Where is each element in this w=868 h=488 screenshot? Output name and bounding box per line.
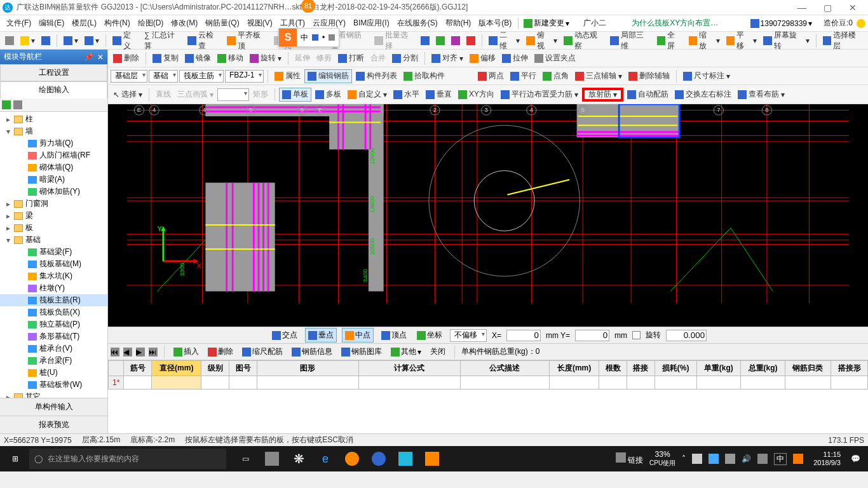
grid-nav-last[interactable]: ⏭ [149,348,158,356]
taskbar-search[interactable]: ◯在这里输入你要搜索的内容 [29,449,226,469]
split-button[interactable]: 分割 [390,51,421,65]
sum-calc-button[interactable]: ∑ 汇总计算 [142,34,184,48]
tray-up-icon[interactable]: ˄ [682,454,686,463]
drawing-canvas[interactable]: E4456E234578 XY 13600 10500 12600 3300 3… [108,85,868,327]
menu-draw[interactable]: 绘图(D) [134,16,168,30]
start-button[interactable]: ⊞ [3,446,28,471]
rotate-input[interactable] [666,330,707,341]
menu-file[interactable]: 文件(F) [3,16,35,30]
auto-rebar-button[interactable]: 自动配筋 [625,88,671,102]
undo-button[interactable]: ▾ [61,34,81,48]
menu-bim[interactable]: BIM应用(I) [349,16,393,30]
taskbar-app-4[interactable] [339,446,365,471]
define-button[interactable]: 定义 [110,34,140,48]
tray-icon-1[interactable] [692,454,702,464]
select-tool[interactable]: ↖ 选择 ▾ [111,88,145,102]
multi-board-button[interactable]: 多板 [313,88,344,102]
offset-button[interactable]: 偏移 [467,51,498,65]
menu-online[interactable]: 在线服务(S) [393,16,442,30]
horiz-button[interactable]: 水平 [391,88,422,102]
pin-icon[interactable]: 📌 [84,53,93,62]
swap-lr-button[interactable]: 交换左右标注 [672,88,734,102]
angle-button[interactable]: 点角 [540,69,571,83]
account-label[interactable]: 13907298339 ▾ [748,18,815,29]
close-panel-icon[interactable]: ✕ [97,53,104,62]
snap-coord[interactable]: 坐标 [414,329,445,342]
tray-volume-icon[interactable]: 🔊 [742,454,751,463]
rotate-button[interactable]: 旋转 ▾ [247,51,284,65]
snap-vertex[interactable]: 顶点 [379,329,409,342]
taskbar-app-7[interactable] [419,446,445,471]
snap-perpendicular[interactable]: 垂点 [305,328,337,342]
snap-midpoint[interactable]: 中点 [342,328,374,342]
grid-nav-prev[interactable]: ◀ [123,348,132,356]
new-change-button[interactable]: 新建变更 ▾ [521,17,572,30]
x-input[interactable] [506,330,541,341]
offset-mode-combo[interactable]: 不偏移 [450,329,487,342]
open-button[interactable]: ▾ [18,34,37,48]
new-doc-button[interactable] [3,34,17,48]
birdview-button[interactable]: 俯视 ▾ [524,34,560,48]
tray-icon-2[interactable] [709,454,719,464]
rebar-grid[interactable]: 筋号 直径(mm) 级别 图号 图形 计算公式 公式描述 长度(mm) 根数 搭… [108,360,868,433]
local-3d-button[interactable]: 局部三维 [607,34,653,48]
tray-ime-label[interactable]: 中 [774,453,787,465]
fullscreen-button[interactable]: 全屏 [654,34,685,48]
tray-icon-3[interactable] [725,454,735,464]
snap-intersection[interactable]: 交点 [269,329,300,342]
redo-button[interactable]: ▾ [82,34,102,48]
move-button[interactable]: 移动 [215,51,246,65]
select-floor-button[interactable]: 选择楼层 [820,34,865,48]
batch-sel-button[interactable]: 批量选择 [372,34,417,48]
pan-button[interactable]: 平移 ▾ [724,34,760,48]
tray-clock[interactable]: 11:152018/9/3 [810,451,844,467]
taskbar-app-1[interactable] [259,446,285,471]
cloud-check-button[interactable]: 云检查 [185,34,223,48]
misc1-button[interactable] [418,34,432,48]
menu-help[interactable]: 帮助(H) [442,16,475,30]
category-combo[interactable]: 基础 [149,70,178,83]
copy-button[interactable]: 复制 [150,51,181,65]
rotate-checkbox[interactable] [632,331,641,339]
grid-lib-button[interactable]: 钢筋图库 [339,345,384,358]
tree-expand-icon[interactable] [2,100,11,109]
tab-draw-input[interactable]: 绘图输入 [0,81,107,98]
taskbar-app-2[interactable]: ❋ [286,446,311,471]
three-aux-button[interactable]: 三点辅轴 ▾ [573,69,625,83]
menu-floor[interactable]: 楼层(L) [68,16,100,30]
view-rebar-button[interactable]: 查看布筋 ▾ [735,88,787,102]
tray-notifications-icon[interactable]: 💬 [851,454,860,463]
menu-version[interactable]: 版本号(B) [475,16,515,30]
grid-other-button[interactable]: 其他 ▾ [388,345,424,358]
single-board-button[interactable]: 单板 [279,88,311,102]
taskbar-app-5[interactable] [366,446,391,471]
set-grip-button[interactable]: 设置夹点 [532,51,578,65]
comp-list-button[interactable]: 构件列表 [353,69,400,83]
tip-link[interactable]: 为什么筏板XY方向布置… [628,16,722,30]
component-tree[interactable]: ▸柱 ▾墙 剪力墙(Q) 人防门框墙(RF 砌体墙(Q) 暗梁(A) 砌体加筋(… [0,112,107,398]
misc2-button[interactable] [433,34,447,48]
grid-close-button[interactable]: 关闭 [428,345,448,358]
menu-view[interactable]: 视图(V) [243,16,276,30]
taskbar-edge[interactable]: e [313,446,338,471]
edit-rebar-button[interactable]: 编辑钢筋 [304,69,352,83]
delete-button[interactable]: 删除 [111,51,142,65]
mirror-button[interactable]: 镜像 [182,51,214,65]
grid-nav-next[interactable]: ▶ [136,348,145,356]
two-point-button[interactable]: 两点 [475,69,506,83]
close-button[interactable]: ✕ [840,0,865,15]
menu-edit[interactable]: 编辑(E) [35,16,68,30]
tray-icon-5[interactable] [757,454,768,464]
single-component-input-button[interactable]: 单构件输入 [0,398,107,416]
tree-collapse-icon[interactable] [13,100,22,109]
component-combo[interactable]: 筏板主筋 [179,70,224,83]
menu-component[interactable]: 构件(N) [100,16,134,30]
menu-modify[interactable]: 修改(M) [167,16,201,30]
floor-combo[interactable]: 基础层 [111,70,147,83]
maximize-button[interactable]: ▢ [815,0,840,15]
tray-cpu[interactable]: 33%CPU使用 [649,451,675,467]
misc3-button[interactable] [449,34,463,48]
menu-rebar[interactable]: 钢筋量(Q) [201,16,243,30]
dyn-view-button[interactable]: 动态观察 [561,34,606,48]
component-name-combo[interactable]: FBZJ-1 [225,70,264,83]
